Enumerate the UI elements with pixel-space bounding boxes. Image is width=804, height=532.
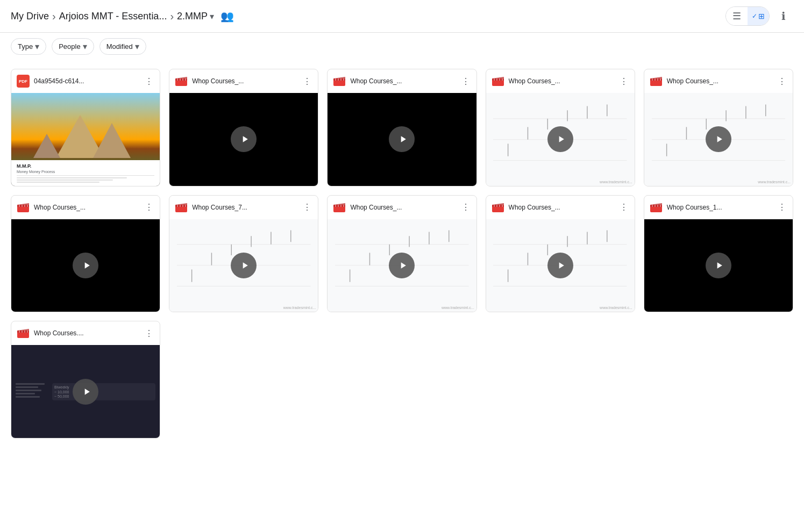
breadcrumb-folder2-current[interactable]: 2.MMP ▾ — [177, 11, 214, 22]
thumbnail: www.tradesmint.c... — [486, 93, 635, 186]
svg-rect-16 — [494, 78, 495, 81]
card-menu-button[interactable]: ⋮ — [144, 76, 154, 87]
card-menu-button[interactable]: ⋮ — [460, 76, 471, 87]
file-card[interactable]: Whop Courses_... ⋮ — [169, 69, 318, 186]
svg-rect-56 — [180, 205, 181, 207]
file-card[interactable]: Whop Courses_1... ⋮ — [644, 195, 793, 313]
info-button[interactable]: ℹ — [774, 6, 793, 26]
card-title: Whop Courses_... — [34, 204, 139, 211]
file-card[interactable]: Whop Courses_... ⋮ — [327, 69, 476, 186]
card-header: Whop Courses_... ⋮ — [328, 196, 476, 219]
svg-marker-36 — [650, 77, 662, 78]
file-card[interactable]: Whop Courses_... ⋮ — [327, 195, 476, 313]
card-title: Whop Courses_... — [192, 77, 297, 85]
thumbnail: www.tradesmint.c... — [644, 93, 793, 186]
svg-rect-4 — [182, 78, 183, 81]
file-card[interactable]: Whop Courses_... ⋮ — [644, 69, 793, 186]
card-header: Whop Courses_... ⋮ — [644, 69, 793, 93]
svg-rect-74 — [343, 205, 344, 207]
card-menu-button[interactable]: ⋮ — [618, 76, 629, 87]
play-button[interactable] — [389, 253, 415, 278]
svg-rect-3 — [180, 78, 181, 81]
list-view-button[interactable]: ☰ — [726, 6, 748, 26]
play-button[interactable] — [231, 126, 257, 152]
modified-filter-chip[interactable]: Modified ▾ — [99, 38, 146, 55]
play-button[interactable] — [547, 253, 573, 278]
card-icon — [492, 75, 504, 88]
thumbnail — [169, 93, 318, 186]
svg-rect-72 — [338, 205, 339, 207]
thumbnail: M.M.P. Money Money Process — [11, 93, 160, 186]
breadcrumb-sep-1: › — [52, 10, 56, 23]
info-icon: ℹ — [781, 10, 786, 23]
svg-rect-90 — [502, 205, 503, 207]
card-menu-button[interactable]: ⋮ — [144, 328, 154, 339]
svg-rect-2 — [177, 78, 178, 81]
svg-rect-51 — [27, 205, 28, 207]
svg-rect-106 — [660, 205, 661, 207]
video-icon — [333, 76, 346, 87]
header-actions: ☰ ✓ ⊞ ℹ — [725, 6, 793, 26]
video-icon — [17, 202, 30, 213]
card-title: Whop Courses_... — [350, 77, 456, 85]
file-card[interactable]: Whop Courses_... ⋮ — [486, 69, 635, 186]
list-icon: ☰ — [732, 10, 741, 22]
video-icon — [650, 76, 663, 87]
card-menu-button[interactable]: ⋮ — [302, 202, 312, 213]
card-menu-button[interactable]: ⋮ — [777, 76, 787, 87]
card-header: PDF 04a9545d-c614... ⋮ — [11, 69, 160, 93]
svg-rect-17 — [496, 78, 497, 81]
play-button[interactable] — [706, 253, 731, 278]
file-card[interactable]: PDF 04a9545d-c614... ⋮ M.M.P. Money Mone… — [11, 69, 160, 186]
card-title: Whop Courses.... — [34, 329, 139, 337]
svg-rect-111 — [22, 330, 23, 333]
card-title: 04a9545d-c614... — [34, 77, 139, 85]
svg-rect-34 — [657, 78, 658, 81]
card-menu-button[interactable]: ⋮ — [777, 202, 787, 213]
play-button[interactable] — [547, 126, 573, 152]
watermark: www.tradesmint.c... — [758, 180, 791, 184]
svg-rect-88 — [496, 205, 497, 207]
type-filter-chip[interactable]: Type ▾ — [11, 38, 46, 55]
people-shared-icon[interactable]: 👥 — [220, 10, 234, 23]
card-icon — [17, 327, 30, 340]
video-icon — [333, 202, 346, 213]
play-button[interactable] — [231, 253, 257, 278]
svg-rect-112 — [24, 330, 25, 333]
svg-rect-103 — [652, 205, 653, 207]
filter-bar: Type ▾ People ▾ Modified ▾ — [0, 33, 804, 60]
svg-rect-73 — [340, 205, 341, 207]
breadcrumb-root[interactable]: My Drive — [11, 11, 49, 22]
card-title: Whop Courses_... — [667, 77, 772, 85]
svg-rect-11 — [340, 78, 341, 81]
play-button[interactable] — [389, 126, 415, 152]
people-filter-chip[interactable]: People ▾ — [52, 38, 94, 55]
breadcrumb-folder1[interactable]: Arjoios MMT - Essentia... — [59, 11, 167, 22]
card-menu-button[interactable]: ⋮ — [618, 202, 629, 213]
people-filter-arrow: ▾ — [83, 41, 87, 52]
svg-rect-33 — [654, 78, 656, 81]
grid-view-button[interactable]: ✓ ⊞ — [748, 6, 769, 26]
svg-rect-58 — [185, 205, 186, 207]
thumbnail — [11, 219, 160, 312]
modified-filter-arrow: ▾ — [135, 41, 139, 52]
card-icon — [333, 201, 346, 214]
card-menu-button[interactable]: ⋮ — [302, 76, 312, 87]
file-card[interactable]: Whop Courses_7... ⋮ — [169, 195, 318, 313]
play-button[interactable] — [73, 379, 98, 405]
svg-rect-87 — [494, 205, 495, 207]
play-button[interactable] — [706, 126, 731, 152]
file-card[interactable]: Whop Courses.... ⋮ Biweekly — [11, 321, 160, 438]
card-icon: PDF — [17, 75, 30, 88]
file-card[interactable]: Whop Courses_... ⋮ — [486, 195, 635, 313]
card-title: Whop Courses_... — [509, 204, 614, 211]
play-button[interactable] — [73, 253, 98, 278]
svg-rect-10 — [338, 78, 339, 81]
thumbnail — [644, 219, 793, 312]
svg-rect-50 — [24, 205, 25, 207]
card-menu-button[interactable]: ⋮ — [144, 202, 154, 213]
card-menu-button[interactable]: ⋮ — [460, 202, 471, 213]
file-card[interactable]: Whop Courses_... ⋮ — [11, 195, 160, 313]
header: My Drive › Arjoios MMT - Essentia... › 2… — [0, 0, 804, 33]
grid-icon: ⊞ — [758, 12, 765, 20]
